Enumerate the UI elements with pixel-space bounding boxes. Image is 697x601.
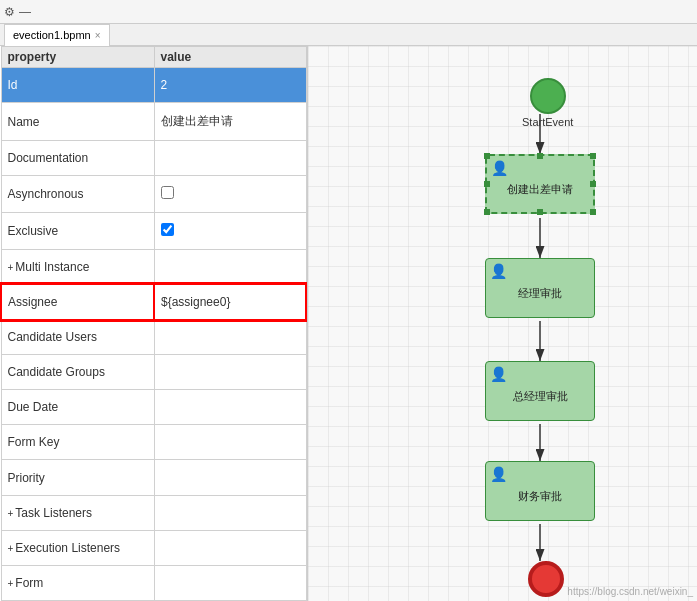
resize-handle-mr[interactable]	[590, 181, 596, 187]
property-row-candidate-groups[interactable]: Candidate Groups	[1, 355, 306, 390]
tab-close-button[interactable]: ×	[95, 30, 101, 41]
expand-icon-form: +	[8, 578, 14, 589]
property-row-form[interactable]: +Form	[1, 565, 306, 600]
property-row-priority[interactable]: Priority	[1, 460, 306, 495]
prop-value-documentation[interactable]	[154, 141, 306, 176]
prop-value-form-key[interactable]	[154, 425, 306, 460]
asynchronous-checkbox[interactable]	[161, 186, 174, 199]
prop-value-priority[interactable]	[154, 460, 306, 495]
resize-handle-br[interactable]	[590, 209, 596, 215]
expand-icon-task-listeners: +	[8, 508, 14, 519]
column-header-property: property	[1, 47, 154, 68]
diagram-canvas[interactable]: StartEvent 👤 创建出差申请	[308, 46, 697, 601]
expand-icon-execution-listeners: +	[8, 543, 14, 554]
prop-name-task-listeners: +Task Listeners	[1, 495, 154, 530]
minus-icon[interactable]: —	[19, 5, 31, 19]
prop-value-candidate-groups[interactable]	[154, 355, 306, 390]
prop-name-documentation: Documentation	[1, 141, 154, 176]
property-row-asynchronous[interactable]: Asynchronous	[1, 176, 306, 213]
prop-name-exclusive: Exclusive	[1, 213, 154, 250]
property-row-due-date[interactable]: Due Date	[1, 390, 306, 425]
property-row-candidate-users[interactable]: Candidate Users	[1, 320, 306, 355]
start-event-circle[interactable]	[530, 78, 566, 114]
prop-value-due-date[interactable]	[154, 390, 306, 425]
column-header-value: value	[154, 47, 306, 68]
prop-value-task-listeners[interactable]	[154, 495, 306, 530]
prop-name-candidate-groups: Candidate Groups	[1, 355, 154, 390]
property-row-form-key[interactable]: Form Key	[1, 425, 306, 460]
properties-panel: property value Id 2 Name 创建出差申请 Document…	[0, 46, 308, 601]
property-row-id[interactable]: Id 2	[1, 68, 306, 103]
tab-bar: evection1.bpmn ×	[0, 24, 697, 46]
prop-value-asynchronous[interactable]	[154, 176, 306, 213]
title-bar: ⚙ —	[0, 0, 697, 24]
start-event-node[interactable]: StartEvent	[522, 78, 573, 128]
prop-name-candidate-users: Candidate Users	[1, 320, 154, 355]
task3-node[interactable]: 👤 总经理审批	[485, 361, 595, 421]
resize-handle-bm[interactable]	[537, 209, 543, 215]
property-table: property value Id 2 Name 创建出差申请 Document…	[0, 46, 307, 601]
task4-label: 财务审批	[518, 479, 562, 504]
prop-value-candidate-users[interactable]	[154, 320, 306, 355]
task3-person-icon: 👤	[490, 366, 507, 382]
tab-evection1[interactable]: evection1.bpmn ×	[4, 24, 110, 46]
prop-name-priority: Priority	[1, 460, 154, 495]
property-row-assignee[interactable]: Assignee ${assignee0}	[1, 284, 306, 319]
prop-value-form[interactable]	[154, 565, 306, 600]
prop-value-execution-listeners[interactable]	[154, 530, 306, 565]
watermark: https://blog.csdn.net/weixin_	[567, 586, 693, 597]
main-area: property value Id 2 Name 创建出差申请 Document…	[0, 46, 697, 601]
resize-handle-bl[interactable]	[484, 209, 490, 215]
property-row-exclusive[interactable]: Exclusive	[1, 213, 306, 250]
task1-node[interactable]: 👤 创建出差申请	[485, 154, 595, 214]
task1-label: 创建出差申请	[507, 172, 573, 197]
diagram-panel[interactable]: StartEvent 👤 创建出差申请	[308, 46, 697, 601]
prop-value-id[interactable]: 2	[154, 68, 306, 103]
property-row-documentation[interactable]: Documentation	[1, 141, 306, 176]
resize-handle-ml[interactable]	[484, 181, 490, 187]
prop-name-form: +Form	[1, 565, 154, 600]
prop-value-assignee[interactable]: ${assignee0}	[154, 284, 306, 319]
resize-handle-tl[interactable]	[484, 153, 490, 159]
task4-person-icon: 👤	[490, 466, 507, 482]
end-event-node[interactable]: EndEvent	[522, 561, 570, 601]
tab-label: evection1.bpmn	[13, 29, 91, 41]
exclusive-checkbox[interactable]	[161, 223, 174, 236]
property-row-task-listeners[interactable]: +Task Listeners	[1, 495, 306, 530]
task2-node[interactable]: 👤 经理审批	[485, 258, 595, 318]
prop-name-due-date: Due Date	[1, 390, 154, 425]
prop-name-form-key: Form Key	[1, 425, 154, 460]
prop-name-id: Id	[1, 68, 154, 103]
prop-name-assignee: Assignee	[1, 284, 154, 319]
gear-icon[interactable]: ⚙	[4, 5, 15, 19]
prop-name-multi-instance: +Multi Instance	[1, 249, 154, 284]
resize-handle-tr[interactable]	[590, 153, 596, 159]
prop-value-exclusive[interactable]	[154, 213, 306, 250]
prop-name-execution-listeners: +Execution Listeners	[1, 530, 154, 565]
end-event-circle[interactable]	[528, 561, 564, 597]
task3-label: 总经理审批	[513, 379, 568, 404]
property-row-name[interactable]: Name 创建出差申请	[1, 103, 306, 141]
prop-value-name[interactable]: 创建出差申请	[154, 103, 306, 141]
task2-label: 经理审批	[518, 276, 562, 301]
property-row-execution-listeners[interactable]: +Execution Listeners	[1, 530, 306, 565]
title-bar-icons: ⚙ —	[4, 5, 31, 19]
title-bar-left: ⚙ —	[4, 5, 39, 19]
task2-person-icon: 👤	[490, 263, 507, 279]
task1-person-icon: 👤	[491, 160, 508, 176]
prop-name-asynchronous: Asynchronous	[1, 176, 154, 213]
resize-handle-tm[interactable]	[537, 153, 543, 159]
start-event-label: StartEvent	[522, 116, 573, 128]
property-row-multi-instance[interactable]: +Multi Instance	[1, 249, 306, 284]
prop-name-name: Name	[1, 103, 154, 141]
task4-node[interactable]: 👤 财务审批	[485, 461, 595, 521]
expand-icon-multi: +	[8, 262, 14, 273]
prop-value-multi-instance[interactable]	[154, 249, 306, 284]
